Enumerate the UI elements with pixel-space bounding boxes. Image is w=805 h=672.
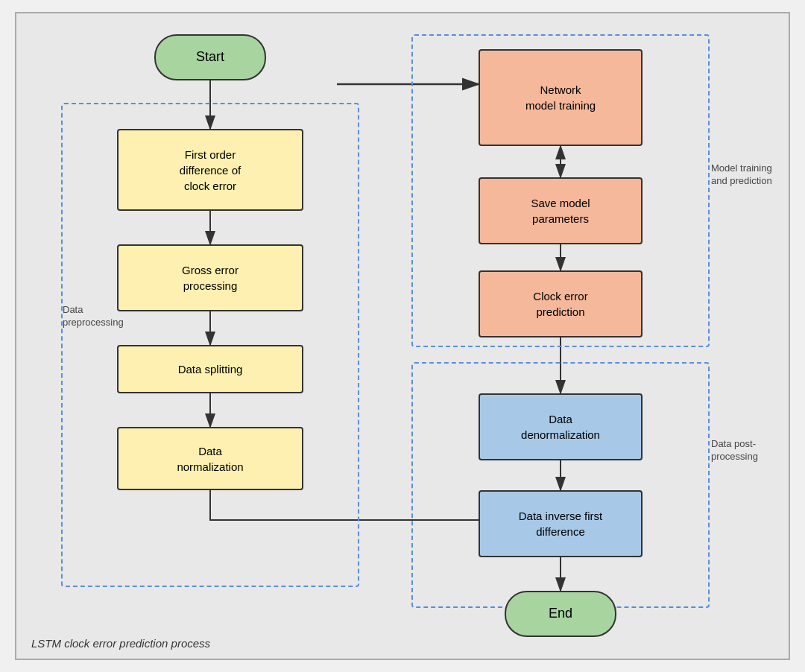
data-denorm-box: Data denormalization (479, 393, 643, 460)
start-node: Start (154, 34, 266, 80)
save-model-box: Save model parameters (479, 177, 643, 244)
data-normalization-box: Data normalization (117, 427, 303, 490)
first-order-box: First order difference of clock error (117, 129, 303, 211)
gross-error-box: Gross error processing (117, 244, 303, 311)
preprocessing-label: Data preprocessing (63, 304, 122, 329)
data-splitting-box: Data splitting (117, 345, 303, 393)
clock-prediction-box: Clock error prediction (479, 270, 643, 337)
end-node: End (505, 591, 616, 637)
network-model-box: Network model training (479, 49, 643, 146)
data-inverse-box: Data inverse first difference (479, 490, 643, 557)
diagram-container: Data preprocessing Model training and pr… (15, 12, 790, 660)
model-training-label: Model training and prediction (711, 162, 774, 188)
postprocessing-label: Data post- processing (711, 438, 771, 463)
diagram-caption: LSTM clock error prediction process (31, 637, 210, 650)
